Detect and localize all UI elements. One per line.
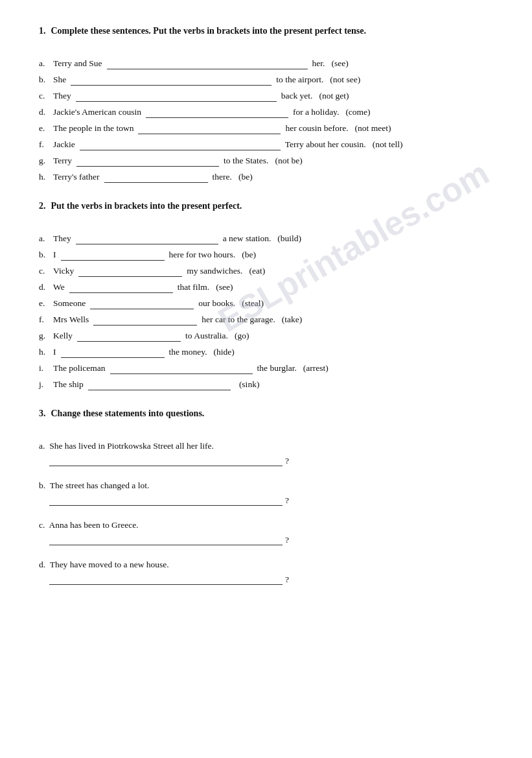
row-prefix: They [53,233,71,244]
row-prefix: They [53,91,71,101]
answer-area: ? [39,495,493,506]
answer-blank[interactable] [88,379,231,390]
row-suffix: a new station. [223,233,272,244]
answer-blank[interactable] [90,298,194,309]
answer-area: ? [39,534,493,545]
row-label: f. [39,139,51,150]
row-suffix: that film. [178,282,210,292]
table-row: d. We that film. (see) [39,282,493,293]
row-prefix: Terry's father [53,172,100,182]
table-row: j. The ship (sink) [39,379,493,390]
row-label: a. [39,233,51,244]
answer-blank[interactable] [69,282,173,293]
row-label: b. [39,250,51,260]
row-suffix: the burglar. [257,363,297,373]
answer-blank[interactable] [76,91,277,102]
verb-hint: (be) [242,250,256,260]
item-label: a. [39,441,45,451]
row-label: b. [39,75,51,85]
row-prefix: Terry [53,156,72,166]
answer-blank[interactable] [71,75,272,86]
verb-hint: (not tell) [373,139,403,150]
row-prefix: The people in the town [53,123,133,134]
row-prefix: Someone [53,298,86,309]
answer-blank[interactable] [76,156,219,167]
answer-blank[interactable] [77,331,181,342]
list-item: d. They have moved to a new house. ? [39,560,493,585]
question-label: a. She has lived in Piotrkowska Street a… [39,441,493,451]
verb-hint: (build) [277,233,301,244]
answer-area: ? [39,574,493,585]
answer-blank[interactable] [49,574,283,585]
table-row: c. They back yet. (not get) [39,91,493,102]
question-mark: ? [285,495,289,506]
list-item: c. Anna has been to Greece. ? [39,520,493,545]
answer-blank[interactable] [49,495,283,506]
section-3: 3. Change these statements into question… [39,409,493,585]
answer-blank[interactable] [61,250,165,261]
verb-hint: (sink) [239,379,260,390]
row-prefix: Jackie [53,139,75,150]
question-label: b. The street has changed a lot. [39,480,493,491]
question-label: d. They have moved to a new house. [39,560,493,570]
section-2-title: Put the verbs in brackets into the prese… [51,201,242,211]
verb-hint: (steal) [242,298,264,309]
answer-area: ? [39,455,493,466]
item-label: d. [39,560,45,569]
table-row: f. Jackie Terry about her cousin. (not t… [39,139,493,150]
row-suffix: the money. [169,347,207,357]
row-suffix: her cousin before. [285,123,348,134]
verb-hint: (see) [331,58,348,69]
answer-blank[interactable] [146,107,288,118]
row-suffix: here for two hours. [169,250,236,260]
section-1: 1. Complete these sentences. Put the ver… [39,26,493,183]
verb-hint: (not meet) [355,123,391,134]
list-item: b. The street has changed a lot. ? [39,480,493,506]
row-suffix: for a holiday. [293,107,339,117]
row-suffix: her. [312,58,325,69]
verb-hint: (see) [216,282,233,292]
answer-blank[interactable] [78,266,182,277]
verb-hint: (be) [238,172,253,182]
answer-blank[interactable] [76,233,218,244]
row-prefix: Terry and Sue [53,58,102,69]
verb-hint: (not be) [275,156,302,166]
row-label: g. [39,156,51,166]
section-1-number: 1. [39,26,46,36]
answer-blank[interactable] [49,534,283,545]
answer-blank[interactable] [104,172,208,183]
section-3-number: 3. [39,409,46,419]
verb-hint: (not get) [319,91,349,101]
table-row: h. I the money. (hide) [39,347,493,358]
row-suffix: to Australia. [185,331,228,341]
answer-blank[interactable] [80,139,281,150]
table-row: c. Vicky my sandwiches. (eat) [39,266,493,277]
verb-hint: (arrest) [303,363,329,373]
row-prefix: She [53,75,66,85]
row-prefix: The policeman [53,363,106,373]
answer-blank[interactable] [49,455,283,466]
answer-blank[interactable] [138,123,281,134]
question-label: c. Anna has been to Greece. [39,520,493,530]
answer-blank[interactable] [110,363,253,374]
answer-blank[interactable] [61,347,165,358]
row-label: f. [39,314,51,325]
row-label: a. [39,58,51,69]
section-2-number: 2. [39,201,46,211]
verb-hint: (come) [345,107,370,117]
answer-blank[interactable] [107,58,308,69]
table-row: a. They a new station. (build) [39,233,493,244]
row-prefix: Mrs Wells [53,314,89,325]
item-label: b. [39,480,45,490]
row-prefix: I [53,250,56,260]
verb-hint: (eat) [249,266,265,276]
table-row: g. Terry to the States. (not be) [39,156,493,167]
table-row: i. The policeman the burglar. (arrest) [39,363,493,374]
row-label: j. [39,379,51,390]
row-prefix: The ship [53,379,84,390]
row-suffix: there. [213,172,232,182]
answer-blank[interactable] [93,314,197,326]
row-suffix: our books. [198,298,235,309]
section-2: 2. Put the verbs in brackets into the pr… [39,201,493,390]
row-prefix: We [53,282,65,292]
